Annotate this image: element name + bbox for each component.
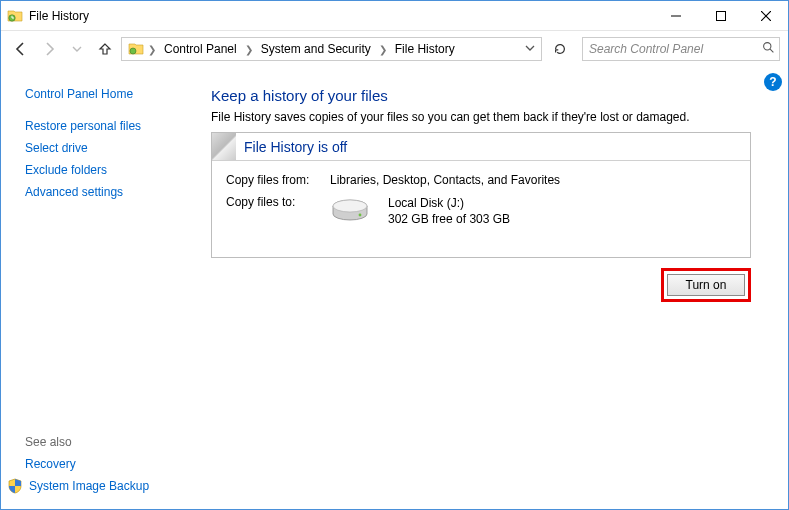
file-history-app-icon — [7, 8, 23, 24]
svg-line-7 — [770, 49, 773, 52]
svg-point-6 — [764, 43, 771, 50]
address-dropdown-icon[interactable] — [521, 42, 539, 56]
nav-recent-dropdown[interactable] — [65, 37, 89, 61]
close-button[interactable] — [743, 1, 788, 30]
address-folder-icon — [126, 39, 146, 59]
hard-drive-icon — [330, 196, 370, 226]
svg-point-5 — [130, 48, 136, 54]
main-content: Keep a history of your files File Histor… — [211, 67, 788, 509]
body: ? Control Panel Home Restore personal fi… — [1, 67, 788, 509]
breadcrumb-control-panel[interactable]: Control Panel — [158, 38, 243, 60]
search-input[interactable] — [587, 41, 762, 57]
sidebar: Control Panel Home Restore personal file… — [1, 67, 211, 509]
titlebar: File History — [1, 1, 788, 31]
address-bar[interactable]: ❯ Control Panel ❯ System and Security ❯ … — [121, 37, 542, 61]
refresh-button[interactable] — [548, 37, 572, 61]
chevron-right-icon: ❯ — [243, 44, 255, 55]
turn-on-button[interactable]: Turn on — [667, 274, 745, 296]
status-panel: File History is off Copy files from: Lib… — [211, 132, 751, 258]
panel-body: Copy files from: Libraries, Desktop, Con… — [212, 161, 750, 257]
sidebar-link-restore[interactable]: Restore personal files — [25, 115, 199, 137]
window-title: File History — [29, 9, 653, 23]
action-row: Turn on — [211, 268, 751, 302]
panel-header: File History is off — [212, 133, 750, 161]
copy-from-value: Libraries, Desktop, Contacts, and Favori… — [330, 173, 736, 187]
shield-icon — [7, 478, 23, 494]
highlight-box: Turn on — [661, 268, 751, 302]
maximize-button[interactable] — [698, 1, 743, 30]
nav-forward-button[interactable] — [37, 37, 61, 61]
copy-from-label: Copy files from: — [226, 173, 330, 187]
breadcrumb-file-history[interactable]: File History — [389, 38, 461, 60]
nav-up-button[interactable] — [93, 37, 117, 61]
panel-thumb-icon — [212, 133, 236, 160]
minimize-button[interactable] — [653, 1, 698, 30]
svg-point-9 — [333, 200, 367, 212]
chevron-right-icon: ❯ — [146, 44, 158, 55]
nav-back-button[interactable] — [9, 37, 33, 61]
see-also-system-image-backup[interactable]: System Image Backup — [29, 475, 149, 497]
sidebar-link-exclude-folders[interactable]: Exclude folders — [25, 159, 199, 181]
navigation-bar: ❯ Control Panel ❯ System and Security ❯ … — [1, 31, 788, 67]
search-box[interactable] — [582, 37, 780, 61]
see-also-heading: See also — [25, 427, 199, 453]
chevron-right-icon: ❯ — [377, 44, 389, 55]
sidebar-link-advanced-settings[interactable]: Advanced settings — [25, 181, 199, 203]
panel-status-text: File History is off — [244, 139, 347, 155]
sidebar-link-select-drive[interactable]: Select drive — [25, 137, 199, 159]
page-description: File History saves copies of your files … — [211, 110, 770, 124]
svg-rect-2 — [716, 11, 725, 20]
drive-name: Local Disk (J:) — [388, 195, 510, 211]
copy-to-label: Copy files to: — [226, 195, 330, 227]
drive-text: Local Disk (J:) 302 GB free of 303 GB — [388, 195, 510, 227]
breadcrumb-system-security[interactable]: System and Security — [255, 38, 377, 60]
sidebar-home-link[interactable]: Control Panel Home — [25, 83, 199, 115]
drive-free-space: 302 GB free of 303 GB — [388, 211, 510, 227]
svg-point-10 — [359, 214, 362, 217]
drive-row: Local Disk (J:) 302 GB free of 303 GB — [330, 195, 736, 227]
see-also-recovery[interactable]: Recovery — [25, 453, 199, 475]
search-icon — [762, 41, 775, 57]
page-heading: Keep a history of your files — [211, 87, 770, 104]
file-history-window: File History — [0, 0, 789, 510]
window-controls — [653, 1, 788, 30]
